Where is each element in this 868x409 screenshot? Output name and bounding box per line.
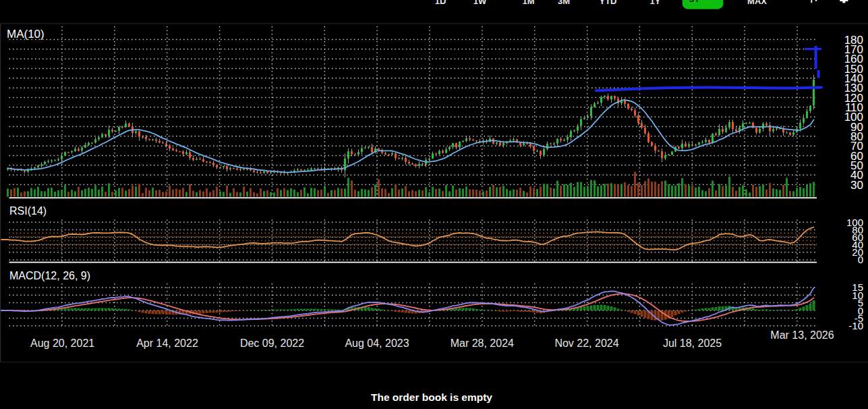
svg-text:YTD: YTD (600, 0, 617, 6)
svg-text:Mar 13, 2026: Mar 13, 2026 (770, 329, 834, 341)
svg-text:3M: 3M (558, 0, 570, 6)
svg-text:Dec 09, 2022: Dec 09, 2022 (240, 337, 304, 349)
svg-text:180: 180 (844, 34, 863, 47)
svg-text:Jul 18, 2025: Jul 18, 2025 (663, 337, 722, 349)
svg-text:Aug 04, 2023: Aug 04, 2023 (345, 337, 409, 349)
svg-text:Aug 20, 2021: Aug 20, 2021 (30, 337, 94, 349)
svg-text:1M: 1M (522, 0, 534, 6)
svg-text:MA(10): MA(10) (7, 28, 45, 40)
svg-text:RSI(14): RSI(14) (9, 205, 47, 217)
svg-text:15: 15 (852, 281, 863, 293)
svg-text:Nov 22, 2024: Nov 22, 2024 (554, 337, 618, 349)
svg-text:MAX: MAX (747, 0, 767, 6)
svg-text:1Y: 1Y (650, 0, 661, 6)
svg-text:Apr 14, 2022: Apr 14, 2022 (136, 337, 198, 349)
svg-text:Mar 28, 2024: Mar 28, 2024 (451, 337, 514, 349)
svg-text:The order book is empty: The order book is empty (371, 391, 492, 403)
svg-text:5Y: 5Y (689, 0, 700, 4)
svg-text:100: 100 (846, 217, 863, 228)
svg-text:1D: 1D (435, 0, 446, 6)
svg-text:MACD(12, 26, 9): MACD(12, 26, 9) (9, 270, 90, 281)
svg-text:1W: 1W (473, 0, 487, 6)
